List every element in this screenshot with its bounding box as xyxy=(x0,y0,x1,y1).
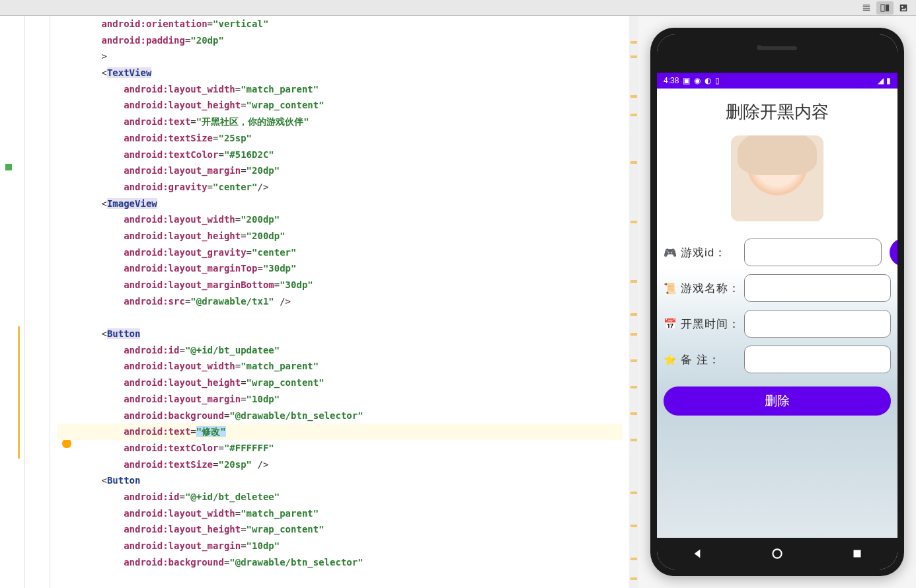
view-split-icon[interactable] xyxy=(876,1,894,15)
nav-home-icon[interactable] xyxy=(770,546,784,561)
device-frame: 4:38 ▣ ◉ ◐ ▯ ◢ ▮ 删除开黑内容 🎮游戏id：查询📜游戏名称：📅开… xyxy=(650,28,904,576)
layout-preview-panel: 4:38 ▣ ◉ ◐ ▯ ◢ ▮ 删除开黑内容 🎮游戏id：查询📜游戏名称：📅开… xyxy=(638,16,916,588)
code-line[interactable]: android:textSize="20sp" /> xyxy=(57,457,623,473)
warning-marker[interactable] xyxy=(630,221,637,223)
app-screen: 删除开黑内容 🎮游戏id：查询📜游戏名称：📅开黑时间：⭐备 注： 删除 xyxy=(657,89,897,538)
delete-button[interactable]: 删除 xyxy=(664,386,891,416)
breakpoint-gutter[interactable] xyxy=(0,16,25,588)
nav-back-icon[interactable] xyxy=(690,546,705,561)
code-line[interactable]: android:layout_height="200dp" xyxy=(57,228,623,244)
error-stripe[interactable] xyxy=(629,16,638,588)
code-line[interactable]: android:layout_width="match_parent" xyxy=(57,81,623,98)
code-line[interactable]: > xyxy=(57,48,623,65)
warning-marker[interactable] xyxy=(630,386,637,388)
field-icon: ⭐ xyxy=(664,353,677,366)
code-line[interactable]: android:layout_marginTop="30dp" xyxy=(57,260,623,277)
code-line[interactable]: android:src="@drawable/tx1" /> xyxy=(57,293,623,310)
code-line[interactable]: android:layout_margin="20dp" xyxy=(57,163,623,179)
warning-marker[interactable] xyxy=(630,558,637,560)
view-design-icon[interactable] xyxy=(895,1,912,15)
warning-marker[interactable] xyxy=(630,439,637,441)
form-row: ⭐备 注： xyxy=(657,342,897,377)
query-button[interactable]: 查询 xyxy=(890,239,897,266)
header-image xyxy=(731,135,823,221)
code-line[interactable] xyxy=(57,309,623,326)
warning-marker[interactable] xyxy=(630,95,637,98)
svg-rect-1 xyxy=(886,4,889,11)
field-icon: 📅 xyxy=(664,317,677,330)
view-code-icon[interactable] xyxy=(858,1,875,15)
code-line[interactable]: android:layout_margin="10dp" xyxy=(57,538,623,554)
speaker-slot xyxy=(757,46,797,50)
field-icon: 📜 xyxy=(664,281,677,295)
code-line[interactable]: android:layout_width="200dp" xyxy=(57,211,623,228)
code-line[interactable]: android:layout_gravity="center" xyxy=(57,244,623,261)
text-input[interactable] xyxy=(744,346,891,373)
field-label: 备 注： xyxy=(681,352,740,367)
code-line[interactable]: android:text="开黑社区，你的游戏伙伴" xyxy=(57,114,623,130)
svg-point-4 xyxy=(773,549,781,558)
field-label: 游戏名称： xyxy=(681,281,740,296)
code-line[interactable]: android:gravity="center"/> xyxy=(57,179,623,196)
code-text-area[interactable]: android:orientation="vertical" android:p… xyxy=(50,16,629,588)
warning-marker[interactable] xyxy=(630,114,637,116)
status-notif-icon: ◐ xyxy=(705,76,711,85)
code-line[interactable]: android:text="修改" xyxy=(57,423,623,440)
code-line[interactable]: <TextView xyxy=(57,65,623,81)
code-line[interactable]: android:orientation="vertical" xyxy=(57,16,623,32)
code-line[interactable]: android:layout_width="match_parent" xyxy=(57,505,623,522)
warning-marker[interactable] xyxy=(630,492,637,494)
warning-marker[interactable] xyxy=(630,412,637,415)
system-nav-bar xyxy=(657,538,897,570)
field-label: 开黑时间： xyxy=(681,316,740,332)
bookmark-icon xyxy=(5,164,12,170)
warning-marker[interactable] xyxy=(630,280,637,283)
code-line[interactable]: android:background="@drawable/btn_select… xyxy=(57,554,623,571)
warning-marker[interactable] xyxy=(630,313,637,316)
nav-recent-icon[interactable] xyxy=(850,546,864,561)
code-line[interactable]: <Button xyxy=(57,472,623,489)
warning-marker[interactable] xyxy=(630,333,637,336)
code-line[interactable]: android:layout_width="match_parent" xyxy=(57,358,623,375)
status-notif2-icon: ▯ xyxy=(715,76,720,85)
warning-marker[interactable] xyxy=(630,41,637,44)
warning-marker[interactable] xyxy=(630,577,637,580)
warning-marker[interactable] xyxy=(630,359,637,362)
form-row: 📅开黑时间： xyxy=(657,306,897,342)
field-label: 游戏id： xyxy=(681,245,740,260)
form-row: 🎮游戏id：查询 xyxy=(657,235,897,270)
code-editor[interactable]: android:orientation="vertical" android:p… xyxy=(0,16,638,588)
code-line[interactable]: <ImageView xyxy=(57,196,623,212)
code-line[interactable]: android:layout_marginBottom="30dp" xyxy=(57,277,623,293)
code-line[interactable]: android:id="@+id/bt_updatee" xyxy=(57,342,623,359)
warning-marker[interactable] xyxy=(630,55,637,58)
code-line[interactable]: android:layout_height="wrap_content" xyxy=(57,375,623,391)
warning-marker[interactable] xyxy=(630,525,637,527)
status-bar: 4:38 ▣ ◉ ◐ ▯ ◢ ▮ xyxy=(657,73,897,89)
code-line[interactable]: android:textColor="#516D2C" xyxy=(57,147,623,163)
battery-icon: ▮ xyxy=(886,76,891,85)
code-line[interactable]: android:layout_margin="10dp" xyxy=(57,391,623,408)
code-line[interactable]: android:textSize="25sp" xyxy=(57,130,623,147)
code-line[interactable]: android:textColor="#FFFFFF" xyxy=(57,440,623,457)
status-time: 4:38 xyxy=(664,76,679,85)
field-icon: 🎮 xyxy=(664,246,677,259)
text-input[interactable] xyxy=(744,274,891,302)
code-line[interactable]: android:layout_height="wrap_content" xyxy=(57,521,623,538)
status-wifi-icon: ◉ xyxy=(694,76,701,85)
signal-icon: ◢ xyxy=(878,76,884,85)
code-line[interactable]: android:padding="20dp" xyxy=(57,32,623,49)
form-row: 📜游戏名称： xyxy=(657,270,897,306)
warning-marker[interactable] xyxy=(630,161,637,164)
code-line[interactable]: android:background="@drawable/btn_select… xyxy=(57,408,623,424)
fold-gutter[interactable] xyxy=(25,16,50,588)
code-line[interactable]: android:id="@+id/bt_deletee" xyxy=(57,489,623,505)
text-input[interactable] xyxy=(744,310,891,338)
svg-rect-0 xyxy=(881,4,884,11)
svg-point-3 xyxy=(901,5,903,7)
text-input[interactable] xyxy=(744,239,882,266)
svg-rect-2 xyxy=(900,4,907,11)
code-line[interactable]: <Button xyxy=(57,326,623,342)
code-line[interactable]: android:layout_height="wrap_content" xyxy=(57,97,623,114)
preview-toolbar xyxy=(0,0,916,16)
